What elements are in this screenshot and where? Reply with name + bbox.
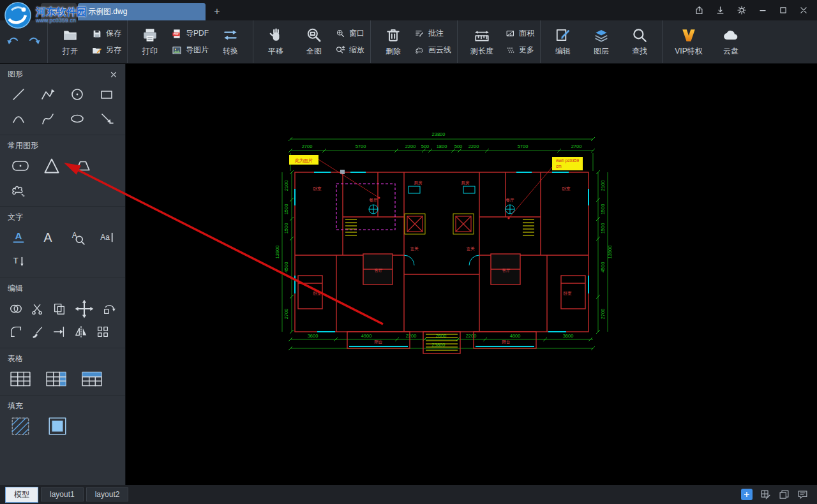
- tab-document[interactable]: 示例图.dwg: [78, 3, 206, 20]
- find-button[interactable]: 查找: [623, 20, 656, 63]
- tool-vertical-text[interactable]: T: [8, 252, 29, 271]
- convert-button[interactable]: 转换: [214, 20, 247, 63]
- tool-table[interactable]: [8, 369, 33, 389]
- delete-label: 删除: [386, 46, 401, 57]
- tool-spline[interactable]: [37, 109, 59, 128]
- stacked-windows-icon[interactable]: [779, 489, 790, 500]
- quick-markup-icon[interactable]: [760, 489, 771, 500]
- open-button[interactable]: 打开: [54, 20, 87, 63]
- draw-cloud-button[interactable]: 画云线: [415, 45, 451, 56]
- rounded-rect-icon: [10, 158, 31, 174]
- area-stack: 面积 更多: [506, 20, 534, 63]
- redo-icon[interactable]: [26, 34, 41, 50]
- elevator-shafts: [405, 214, 474, 234]
- brush-icon: [31, 325, 45, 339]
- tool-line[interactable]: [8, 85, 29, 104]
- tool-array[interactable]: [94, 322, 111, 341]
- tool-rectangle[interactable]: [96, 85, 117, 104]
- tool-rotate[interactable]: [101, 299, 117, 318]
- zoom-button[interactable]: 缩放: [336, 45, 364, 56]
- tool-hatch-pattern[interactable]: [8, 417, 33, 436]
- tool-find-text[interactable]: A: [66, 228, 88, 247]
- svg-text:1500: 1500: [283, 223, 289, 234]
- share-icon[interactable]: [694, 6, 704, 15]
- layers-button[interactable]: 图层: [585, 20, 618, 63]
- leader-arrow-icon: [99, 111, 114, 126]
- cloud-drive-button[interactable]: 云盘: [714, 20, 747, 63]
- layout-tab-2[interactable]: layout2: [86, 487, 129, 501]
- download-icon[interactable]: [716, 6, 725, 15]
- measure-length-button[interactable]: 测长度: [463, 20, 500, 63]
- tool-text[interactable]: A: [37, 228, 59, 247]
- close-icon[interactable]: [799, 6, 808, 15]
- tool-move[interactable]: [73, 299, 96, 318]
- draw-cloud-label: 画云线: [428, 45, 451, 56]
- tool-arc[interactable]: [8, 109, 29, 128]
- text-title: 文字: [8, 212, 23, 223]
- area-button[interactable]: 面积: [506, 28, 534, 39]
- save-label: 保存: [106, 28, 121, 39]
- fillet-icon: [9, 325, 23, 339]
- tool-trapezoid[interactable]: [70, 156, 96, 175]
- minimize-icon[interactable]: [758, 6, 767, 15]
- group-view: 平移 全图 窗口 缩放: [253, 20, 371, 63]
- feedback-bubble-icon[interactable]: [797, 489, 808, 500]
- section-table: 表格: [0, 348, 125, 396]
- tool-polyline[interactable]: [37, 85, 59, 104]
- undo-icon[interactable]: [6, 34, 21, 50]
- tool-triangle[interactable]: [41, 156, 63, 175]
- tool-revision-cloud[interactable]: [8, 181, 29, 200]
- delete-button[interactable]: 删除: [377, 20, 410, 63]
- drawing-canvas[interactable]: 23800 2700 5700 2200 500 1800 500 2200 5…: [126, 64, 817, 485]
- new-tab-button[interactable]: +: [209, 4, 225, 19]
- svg-text:PDF: PDF: [174, 33, 179, 36]
- tool-fillet[interactable]: [8, 322, 24, 341]
- layout-tab-1[interactable]: layout1: [41, 487, 84, 501]
- tool-text-underline[interactable]: A: [8, 228, 29, 247]
- print-button[interactable]: 打印: [133, 20, 167, 63]
- svg-text:4800: 4800: [510, 333, 521, 339]
- annotate-button[interactable]: 批注: [415, 28, 451, 39]
- tool-circle[interactable]: [66, 85, 88, 104]
- svg-text:2200: 2200: [466, 333, 477, 339]
- window-zoom-button[interactable]: 窗口: [336, 28, 364, 39]
- tool-leader[interactable]: [96, 109, 117, 128]
- tab-home[interactable]: 首页: [41, 3, 77, 20]
- align-icon: [52, 325, 66, 339]
- close-panel-icon[interactable]: [110, 71, 117, 78]
- pan-label: 平移: [268, 46, 283, 57]
- zoom-extent-button[interactable]: [741, 489, 753, 500]
- tool-hatch-solid[interactable]: [45, 417, 70, 436]
- tool-table-insert-column[interactable]: [43, 369, 69, 389]
- tool-mirror[interactable]: [73, 322, 89, 341]
- edit-button[interactable]: 编辑: [546, 20, 580, 63]
- tool-copy[interactable]: [51, 299, 68, 318]
- tool-rounded-rect[interactable]: [8, 156, 33, 175]
- vip-button[interactable]: VIP特权: [668, 20, 709, 63]
- layout2-tab-label: layout2: [95, 490, 120, 499]
- svg-text:玄关: 玄关: [467, 246, 476, 251]
- full-view-button[interactable]: 全图: [297, 20, 331, 63]
- svg-text:阳台: 阳台: [375, 339, 383, 345]
- tool-ellipse[interactable]: [66, 109, 88, 128]
- export-pdf-button[interactable]: PDF 导PDF: [172, 28, 209, 39]
- text-underline-icon: A: [10, 229, 27, 246]
- pan-button[interactable]: 平移: [259, 20, 292, 63]
- shapes-title: 图形: [8, 69, 23, 80]
- tool-edit-text[interactable]: Aa: [96, 228, 117, 247]
- scissors-icon: [31, 302, 45, 316]
- settings-gear-icon[interactable]: [737, 5, 747, 15]
- save-button[interactable]: 保存: [92, 28, 121, 39]
- tool-offset[interactable]: [8, 299, 24, 318]
- maximize-icon[interactable]: [779, 6, 788, 15]
- tool-match-properties[interactable]: [29, 322, 46, 341]
- save-as-button[interactable]: 另存: [92, 45, 121, 56]
- more-button[interactable]: 更多: [506, 45, 534, 56]
- tool-align[interactable]: [51, 322, 68, 341]
- layout-tab-model[interactable]: 模型: [5, 487, 38, 503]
- room-labels: 餐厅 餐厅 厨房 厨房 卧室 卧室 客厅 客厅 卧室 卧室 阳台 阳台 玄关 玄…: [313, 181, 573, 345]
- tool-table-header[interactable]: [79, 369, 105, 389]
- more-dots-icon: [506, 45, 515, 55]
- export-image-button[interactable]: 导图片: [172, 45, 209, 56]
- tool-cut[interactable]: [29, 299, 46, 318]
